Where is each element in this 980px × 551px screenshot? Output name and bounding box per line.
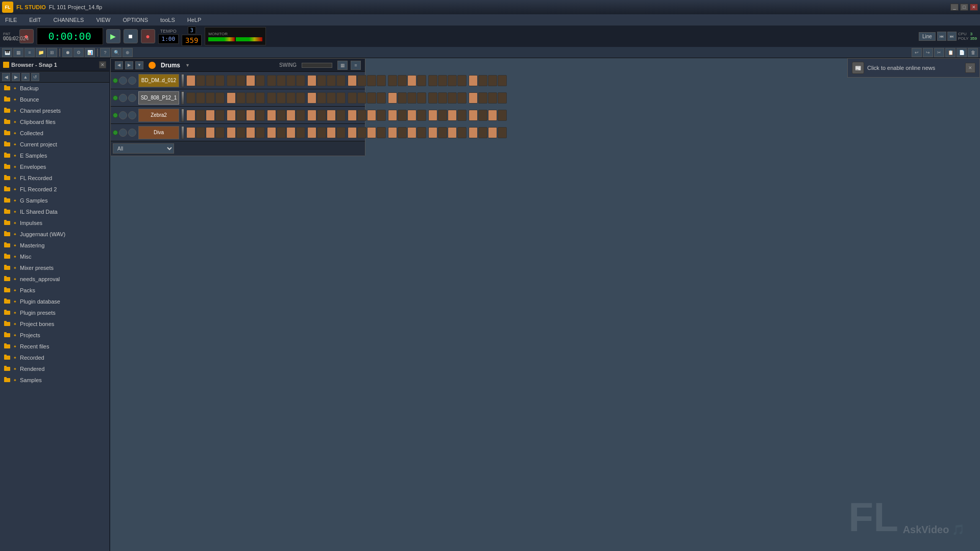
toolbar-icon-record[interactable]: ⏺ bbox=[62, 48, 72, 57]
channel-led-0[interactable] bbox=[113, 78, 118, 83]
toolbar-icon-delete[interactable]: 🗑 bbox=[968, 48, 978, 57]
beat-pad-2-21[interactable] bbox=[398, 110, 407, 121]
browser-nav-up[interactable]: ▲ bbox=[21, 73, 30, 81]
channel-mute-2[interactable] bbox=[119, 111, 127, 119]
prev-button[interactable]: ⏮ bbox=[937, 32, 946, 41]
beat-pad-1-30[interactable] bbox=[488, 92, 497, 104]
beat-pad-2-20[interactable] bbox=[388, 110, 397, 121]
beat-pad-3-8[interactable] bbox=[267, 127, 276, 138]
beat-pad-0-20[interactable] bbox=[388, 75, 397, 86]
channel-volume-3[interactable] bbox=[181, 126, 184, 139]
beat-pad-2-6[interactable] bbox=[246, 110, 255, 121]
beat-pad-3-23[interactable] bbox=[417, 127, 426, 138]
channel-volume-2[interactable] bbox=[181, 109, 184, 122]
beat-pad-0-16[interactable] bbox=[348, 75, 357, 86]
channel-name-3[interactable]: Diva bbox=[138, 126, 179, 139]
beat-pad-0-3[interactable] bbox=[215, 75, 225, 86]
beat-pad-1-12[interactable] bbox=[307, 92, 316, 104]
beat-pad-0-11[interactable] bbox=[296, 75, 305, 86]
beat-pad-1-6[interactable] bbox=[246, 92, 255, 104]
browser-item-bounce[interactable]: ✦Bounce bbox=[0, 94, 109, 105]
browser-item-recorded[interactable]: ✦Recorded bbox=[0, 352, 109, 363]
beat-pad-1-10[interactable] bbox=[286, 92, 296, 104]
browser-item-impulses[interactable]: ✦Impulses bbox=[0, 217, 109, 229]
beat-pad-2-25[interactable] bbox=[438, 110, 447, 121]
news-close-button[interactable]: ✕ bbox=[965, 63, 975, 73]
toolbar-icon-search[interactable]: 🔍 bbox=[111, 48, 121, 57]
browser-item-packs[interactable]: ✦Packs bbox=[0, 285, 109, 296]
beat-pad-2-4[interactable] bbox=[227, 110, 236, 121]
record-transport-button[interactable]: ● bbox=[141, 29, 155, 43]
next-button[interactable]: ⏭ bbox=[947, 32, 957, 41]
beat-pad-2-14[interactable] bbox=[327, 110, 336, 121]
browser-item-envelopes[interactable]: ✦Envelopes bbox=[0, 161, 109, 172]
beat-pad-0-27[interactable] bbox=[457, 75, 467, 86]
beat-pad-0-30[interactable] bbox=[488, 75, 497, 86]
beat-pad-0-25[interactable] bbox=[438, 75, 447, 86]
channel-solo-1[interactable] bbox=[128, 94, 136, 102]
beat-pad-1-31[interactable] bbox=[498, 92, 507, 104]
beat-pad-3-15[interactable] bbox=[336, 127, 346, 138]
beat-pad-1-13[interactable] bbox=[317, 92, 326, 104]
beat-pad-3-21[interactable] bbox=[398, 127, 407, 138]
browser-item-fl-recorded[interactable]: ✦FL Recorded bbox=[0, 172, 109, 184]
beat-pad-1-25[interactable] bbox=[438, 92, 447, 104]
minimize-button[interactable]: _ bbox=[950, 4, 959, 11]
beat-pad-3-24[interactable] bbox=[428, 127, 437, 138]
toolbar-icon-copy[interactable]: 📋 bbox=[945, 48, 955, 57]
browser-item-e-samples[interactable]: ✦E Samples bbox=[0, 150, 109, 161]
beat-pad-3-4[interactable] bbox=[227, 127, 236, 138]
beat-pad-1-15[interactable] bbox=[336, 92, 346, 104]
view-btn-2[interactable]: ≡ bbox=[351, 61, 361, 70]
menu-view[interactable]: VIEW bbox=[94, 16, 112, 24]
channel-solo-3[interactable] bbox=[128, 129, 136, 137]
beat-pad-2-0[interactable] bbox=[186, 110, 195, 121]
browser-nav-forward[interactable]: ▶ bbox=[12, 73, 20, 81]
beat-nav-down[interactable]: ▼ bbox=[135, 61, 143, 69]
menu-channels[interactable]: CHANNELS bbox=[51, 16, 86, 24]
bpm-display[interactable]: 359 bbox=[182, 35, 202, 46]
beat-nav-prev[interactable]: ◀ bbox=[115, 61, 123, 69]
beat-pad-2-24[interactable] bbox=[428, 110, 437, 121]
beat-pad-1-5[interactable] bbox=[236, 92, 246, 104]
beat-pad-3-26[interactable] bbox=[448, 127, 457, 138]
beat-pad-1-11[interactable] bbox=[296, 92, 305, 104]
channel-volume-1[interactable] bbox=[181, 91, 184, 105]
beat-pad-3-30[interactable] bbox=[488, 127, 497, 138]
beat-pad-2-17[interactable] bbox=[357, 110, 366, 121]
beat-pad-0-24[interactable] bbox=[428, 75, 437, 86]
beat-pad-3-22[interactable] bbox=[407, 127, 416, 138]
beat-pad-3-14[interactable] bbox=[327, 127, 336, 138]
beat-pad-1-7[interactable] bbox=[256, 92, 265, 104]
beat-pad-0-17[interactable] bbox=[357, 75, 366, 86]
beat-pad-0-2[interactable] bbox=[206, 75, 215, 86]
beat-pad-2-8[interactable] bbox=[267, 110, 276, 121]
beat-pad-3-25[interactable] bbox=[438, 127, 447, 138]
beat-pad-2-5[interactable] bbox=[236, 110, 246, 121]
beat-pad-1-26[interactable] bbox=[448, 92, 457, 104]
menu-tools[interactable]: tooLS bbox=[158, 16, 177, 24]
channel-led-2[interactable] bbox=[113, 113, 118, 118]
beat-pad-1-3[interactable] bbox=[215, 92, 225, 104]
browser-item-g-samples[interactable]: ✦G Samples bbox=[0, 195, 109, 206]
beat-nav-next[interactable]: ▶ bbox=[125, 61, 133, 69]
beat-pad-2-31[interactable] bbox=[498, 110, 507, 121]
beat-pad-3-29[interactable] bbox=[478, 127, 487, 138]
browser-item-backup[interactable]: ✦Backup bbox=[0, 83, 109, 94]
menu-file[interactable]: FILE bbox=[3, 16, 19, 24]
beat-pad-0-8[interactable] bbox=[267, 75, 276, 86]
maximize-button[interactable]: □ bbox=[960, 4, 968, 11]
browser-item-mixer-presets[interactable]: ✦Mixer presets bbox=[0, 262, 109, 273]
beat-pad-0-19[interactable] bbox=[377, 75, 386, 86]
beat-display[interactable]: 3 bbox=[188, 27, 196, 34]
beat-pad-1-4[interactable] bbox=[227, 92, 236, 104]
beat-pad-3-20[interactable] bbox=[388, 127, 397, 138]
beat-pad-2-26[interactable] bbox=[448, 110, 457, 121]
browser-item-misc[interactable]: ✦Misc bbox=[0, 251, 109, 262]
beat-pad-2-18[interactable] bbox=[367, 110, 376, 121]
browser-item-samples[interactable]: ✦Samples bbox=[0, 374, 109, 386]
browser-item-fl-recorded-2[interactable]: ✦FL Recorded 2 bbox=[0, 184, 109, 195]
browser-item-rendered[interactable]: ✦Rendered bbox=[0, 363, 109, 374]
beat-pad-1-20[interactable] bbox=[388, 92, 397, 104]
beat-pad-2-12[interactable] bbox=[307, 110, 316, 121]
